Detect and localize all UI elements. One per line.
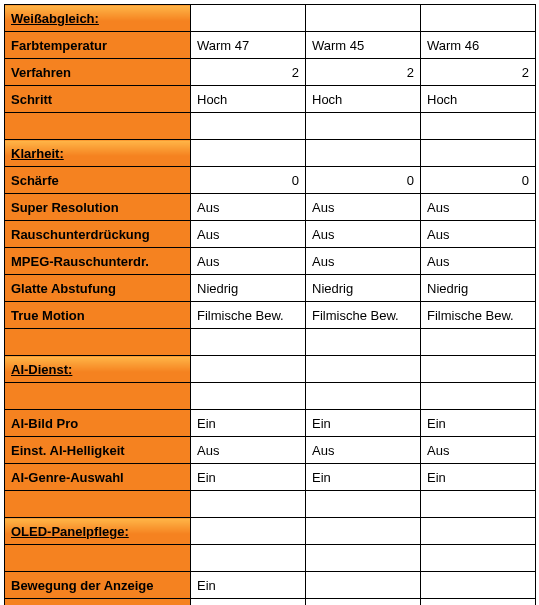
empty-row — [5, 113, 536, 140]
row-mpeg: MPEG-Rauschunterdr. Aus Aus Aus — [5, 248, 536, 275]
row-label: True Motion — [5, 302, 191, 329]
cell-value: Hoch — [306, 86, 421, 113]
row-label: Einst. der Helligkeit Logo — [5, 599, 191, 606]
section-header: Klarheit: — [5, 140, 191, 167]
settings-table: Weißabgleich: Farbtemperatur Warm 47 War… — [4, 4, 536, 605]
row-schritt: Schritt Hoch Hoch Hoch — [5, 86, 536, 113]
row-label: MPEG-Rauschunterdr. — [5, 248, 191, 275]
cell-value: 2 — [191, 59, 306, 86]
cell-value: Aus — [421, 194, 536, 221]
row-verfahren: Verfahren 2 2 2 — [5, 59, 536, 86]
cell-value: Niedrig — [421, 275, 536, 302]
section-header: OLED-Panelpflege: — [5, 518, 191, 545]
cell-value: Aus — [191, 221, 306, 248]
row-label: AI-Bild Pro — [5, 410, 191, 437]
cell-value: Niedrig — [191, 275, 306, 302]
section-row-oled: OLED-Panelpflege: — [5, 518, 536, 545]
row-label: Einst. AI-Helligkeit — [5, 437, 191, 464]
cell-value — [306, 572, 421, 599]
cell-value: Niedrig — [306, 275, 421, 302]
cell-value: Ein — [191, 464, 306, 491]
cell-value: Ein — [421, 464, 536, 491]
cell-value: Filmische Bew. — [306, 302, 421, 329]
row-label: Farbtemperatur — [5, 32, 191, 59]
row-rausch: Rauschunterdrückung Aus Aus Aus — [5, 221, 536, 248]
cell-value: 2 — [421, 59, 536, 86]
empty-row — [5, 383, 536, 410]
cell-value: Ein — [191, 410, 306, 437]
cell-value: Aus — [191, 437, 306, 464]
row-bewegung: Bewegung der Anzeige Ein — [5, 572, 536, 599]
row-glatte: Glatte Abstufung Niedrig Niedrig Niedrig — [5, 275, 536, 302]
row-schaerfe: Schärfe 0 0 0 — [5, 167, 536, 194]
cell-value: Filmische Bew. — [421, 302, 536, 329]
row-aihell: Einst. AI-Helligkeit Aus Aus Aus — [5, 437, 536, 464]
section-row-weissabgleich: Weißabgleich: — [5, 5, 536, 32]
cell-value: Warm 45 — [306, 32, 421, 59]
section-row-klarheit: Klarheit: — [5, 140, 536, 167]
cell-value — [421, 599, 536, 606]
section-header: AI-Dienst: — [5, 356, 191, 383]
row-aigenre: AI-Genre-Auswahl Ein Ein Ein — [5, 464, 536, 491]
empty-row — [5, 329, 536, 356]
empty-row — [5, 545, 536, 572]
cell-value: Hoch — [191, 86, 306, 113]
cell-value — [421, 572, 536, 599]
row-label: Schritt — [5, 86, 191, 113]
row-aibildpro: AI-Bild Pro Ein Ein Ein — [5, 410, 536, 437]
cell-value: Warm 46 — [421, 32, 536, 59]
row-superres: Super Resolution Aus Aus Aus — [5, 194, 536, 221]
row-label: Schärfe — [5, 167, 191, 194]
cell-value: Aus — [421, 221, 536, 248]
cell-value: Niedrig — [191, 599, 306, 606]
cell-value: 0 — [191, 167, 306, 194]
row-truemotion: True Motion Filmische Bew. Filmische Bew… — [5, 302, 536, 329]
cell-value: 0 — [421, 167, 536, 194]
cell-value: Ein — [191, 572, 306, 599]
cell-value: Aus — [306, 194, 421, 221]
row-label: Bewegung der Anzeige — [5, 572, 191, 599]
empty-row — [5, 491, 536, 518]
row-label: Glatte Abstufung — [5, 275, 191, 302]
cell-value: Aus — [306, 437, 421, 464]
row-label: Verfahren — [5, 59, 191, 86]
row-label: Super Resolution — [5, 194, 191, 221]
cell-value: Aus — [191, 194, 306, 221]
section-header: Weißabgleich: — [5, 5, 191, 32]
cell-value: Hoch — [421, 86, 536, 113]
cell-value: Warm 47 — [191, 32, 306, 59]
cell-value: Ein — [306, 464, 421, 491]
cell-value: Aus — [306, 248, 421, 275]
cell-value: Aus — [421, 437, 536, 464]
cell-value: Aus — [421, 248, 536, 275]
row-label: AI-Genre-Auswahl — [5, 464, 191, 491]
row-label: Rauschunterdrückung — [5, 221, 191, 248]
row-helllogo: Einst. der Helligkeit Logo Niedrig — [5, 599, 536, 606]
cell-value — [306, 599, 421, 606]
cell-value: Aus — [306, 221, 421, 248]
row-farbtemperatur: Farbtemperatur Warm 47 Warm 45 Warm 46 — [5, 32, 536, 59]
section-row-aidienst: AI-Dienst: — [5, 356, 536, 383]
cell-value: Ein — [306, 410, 421, 437]
cell-value: Filmische Bew. — [191, 302, 306, 329]
cell-value: Aus — [191, 248, 306, 275]
cell-value: 0 — [306, 167, 421, 194]
cell-value: Ein — [421, 410, 536, 437]
cell-value: 2 — [306, 59, 421, 86]
